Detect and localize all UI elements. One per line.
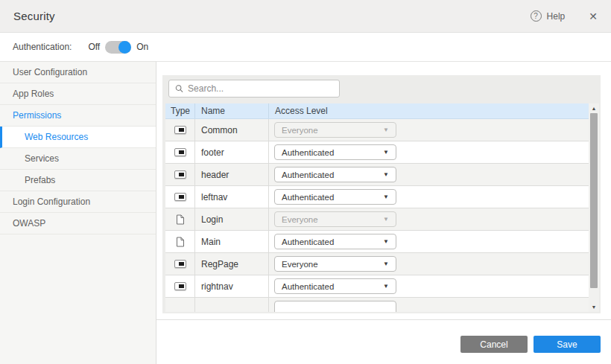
sidebar-item-label: Permissions xyxy=(13,110,61,121)
sidebar-item-label: App Roles xyxy=(13,89,54,99)
access-level-dropdown[interactable]: Everyone▼ xyxy=(274,256,396,272)
scrollbar-thumb[interactable] xyxy=(590,113,598,288)
sidebar-item-services[interactable]: Services xyxy=(0,148,156,170)
page-icon xyxy=(176,237,185,247)
sidebar-item-user-configuration[interactable]: User Configuration xyxy=(0,62,156,83)
name-cell: RegPage xyxy=(195,253,269,275)
access-level-value: Everyone xyxy=(282,215,318,224)
help-button[interactable]: ? Help xyxy=(531,10,566,22)
access-level-value: Authenticated xyxy=(282,170,334,179)
access-level-value: Everyone xyxy=(282,260,318,269)
chevron-down-icon: ▼ xyxy=(383,217,389,223)
sidebar-item-label: Services xyxy=(25,153,59,164)
settings-sidebar: User ConfigurationApp RolesPermissionsWe… xyxy=(0,62,156,364)
chevron-down-icon: ▼ xyxy=(383,127,389,133)
chevron-down-icon: ▼ xyxy=(383,194,389,200)
type-cell xyxy=(165,141,195,163)
save-button[interactable]: Save xyxy=(534,336,601,353)
table-row: LoginEveryone▼ xyxy=(165,208,589,231)
table-row: MainAuthenticated▼ xyxy=(165,231,589,253)
chevron-down-icon: ▼ xyxy=(383,284,389,290)
partial-icon xyxy=(174,126,186,134)
name-cell: Login xyxy=(195,208,269,230)
search-icon xyxy=(175,84,183,93)
sidebar-item-permissions[interactable]: Permissions xyxy=(0,105,156,127)
access-level-dropdown[interactable] xyxy=(274,301,396,312)
type-cell xyxy=(165,186,195,208)
column-header-access-level: Access Level xyxy=(269,103,589,118)
access-level-cell xyxy=(269,298,589,312)
access-level-cell: Authenticated▼ xyxy=(269,141,589,163)
name-cell: header xyxy=(195,164,269,185)
name-cell: rightnav xyxy=(195,275,269,297)
sidebar-item-label: Web Resources xyxy=(25,132,88,142)
sidebar-item-prefabs[interactable]: Prefabs xyxy=(0,170,156,191)
access-level-dropdown[interactable]: Authenticated▼ xyxy=(274,144,396,160)
security-dialog: Security ? Help ✕ Authentication: Off On… xyxy=(0,0,611,364)
type-cell xyxy=(165,164,195,185)
partial-icon xyxy=(174,282,186,290)
chevron-down-icon: ▼ xyxy=(383,150,389,156)
table-row: rightnavAuthenticated▼ xyxy=(165,275,589,298)
partial-icon xyxy=(174,170,186,179)
resource-name: Main xyxy=(201,237,221,247)
access-level-value: Authenticated xyxy=(282,237,334,246)
name-cell: Main xyxy=(195,231,269,252)
access-level-dropdown: Everyone▼ xyxy=(274,211,396,227)
resource-name: leftnav xyxy=(201,192,227,202)
access-level-dropdown[interactable]: Authenticated▼ xyxy=(274,234,396,249)
type-cell xyxy=(165,253,195,275)
sidebar-item-owasp[interactable]: OWASP xyxy=(0,213,156,234)
authentication-label: Authentication: xyxy=(13,42,72,52)
access-level-cell: Everyone▼ xyxy=(269,119,589,141)
table-row: leftnavAuthenticated▼ xyxy=(165,186,589,208)
table-row xyxy=(165,298,589,312)
permissions-panel: Type Name Access Level CommonEveryone▼fo… xyxy=(162,75,601,313)
sidebar-item-login-configuration[interactable]: Login Configuration xyxy=(0,191,156,213)
type-cell xyxy=(165,231,195,252)
type-cell xyxy=(165,298,195,312)
access-level-cell: Authenticated▼ xyxy=(269,164,589,185)
search-box xyxy=(168,80,340,98)
footer-actions: Cancel Save xyxy=(156,320,611,353)
scrollbar-up-icon[interactable]: ▲ xyxy=(589,103,599,113)
close-icon[interactable]: ✕ xyxy=(589,11,598,22)
page-title: Security xyxy=(13,10,531,22)
type-cell xyxy=(165,275,195,297)
access-level-cell: Authenticated▼ xyxy=(269,186,589,208)
access-level-dropdown[interactable]: Authenticated▼ xyxy=(274,167,396,182)
main-content: Type Name Access Level CommonEveryone▼fo… xyxy=(156,62,611,364)
cancel-button[interactable]: Cancel xyxy=(460,336,528,353)
chevron-down-icon: ▼ xyxy=(383,172,389,178)
search-input[interactable] xyxy=(188,83,333,94)
resource-name: Common xyxy=(201,125,238,135)
help-label: Help xyxy=(547,11,566,22)
toggle-knob xyxy=(118,41,131,54)
sidebar-item-label: Login Configuration xyxy=(13,197,90,207)
scrollbar-down-icon[interactable]: ▼ xyxy=(589,302,599,312)
access-level-cell: Everyone▼ xyxy=(269,253,589,275)
resources-table: Type Name Access Level CommonEveryone▼fo… xyxy=(165,103,599,312)
access-level-value: Authenticated xyxy=(282,282,334,291)
toggle-off-label: Off xyxy=(88,42,100,52)
table-row: RegPageEveryone▼ xyxy=(165,253,589,275)
column-header-name: Name xyxy=(195,103,269,118)
toggle-on-label: On xyxy=(136,42,148,52)
access-level-cell: Everyone▼ xyxy=(269,208,589,230)
chevron-down-icon: ▼ xyxy=(383,239,389,245)
table-row: CommonEveryone▼ xyxy=(165,119,589,141)
access-level-dropdown[interactable]: Authenticated▼ xyxy=(274,189,396,205)
access-level-dropdown[interactable]: Authenticated▼ xyxy=(274,278,396,294)
table-row: headerAuthenticated▼ xyxy=(165,164,589,186)
name-cell xyxy=(195,298,269,312)
sidebar-item-label: Prefabs xyxy=(25,175,55,185)
sidebar-item-app-roles[interactable]: App Roles xyxy=(0,83,156,105)
table-header-row: Type Name Access Level xyxy=(165,103,589,119)
authentication-toggle[interactable] xyxy=(105,41,131,54)
partial-icon xyxy=(174,193,186,201)
name-cell: footer xyxy=(195,141,269,163)
access-level-value: Authenticated xyxy=(282,193,334,202)
sidebar-item-label: User Configuration xyxy=(13,67,87,77)
table-scrollbar[interactable]: ▲ ▼ xyxy=(589,103,599,312)
sidebar-item-web-resources[interactable]: Web Resources xyxy=(0,127,156,148)
